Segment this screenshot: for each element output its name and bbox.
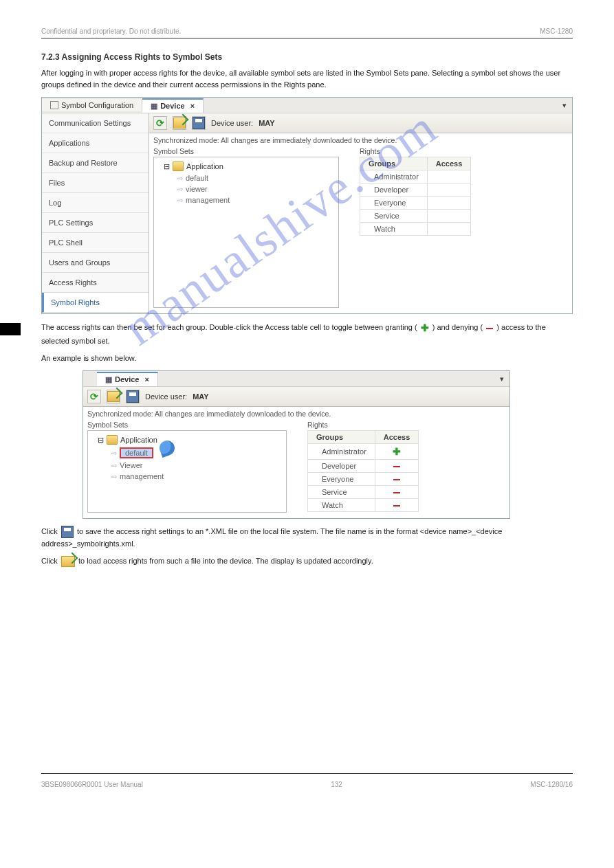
tree-item-management[interactable]: ⇨ management: [157, 194, 336, 205]
section-heading: 7.2.3 Assigning Access Rights to Symbol …: [41, 52, 573, 62]
tab-symbol-configuration[interactable]: Symbol Configuration: [42, 99, 142, 111]
refresh-icon: ⟳: [90, 391, 98, 402]
access-cell[interactable]: [427, 223, 471, 236]
item-icon: ⇨: [111, 449, 117, 457]
rights-section-2: Rights Groups Access Administrator✚ Deve…: [307, 421, 419, 513]
close-icon[interactable]: ×: [144, 375, 149, 383]
text: The access rights can then be set for ea…: [41, 323, 417, 331]
sidebar-item-communication-settings[interactable]: Communication Settings: [42, 113, 149, 133]
tab-device-2[interactable]: ▦ Device ×: [97, 372, 158, 386]
device-window-2: ▦ Device × ▾ ⟳ Device user: MAY Synchron…: [83, 370, 510, 519]
save-icon: [193, 117, 205, 129]
symbol-config-icon: [50, 101, 58, 109]
status-line: Synchronized mode: All changes are immed…: [149, 133, 572, 147]
tree-item-management-2[interactable]: ⇨ management: [91, 471, 283, 482]
access-cell[interactable]: [375, 486, 419, 499]
access-cell[interactable]: [427, 210, 471, 223]
save-text: Click to save the access right settings …: [41, 526, 573, 550]
main-panel-2: ⟳ Device user: MAY Synchronized mode: Al…: [83, 387, 509, 518]
col-groups: Groups: [360, 157, 428, 170]
sidebar-item-users-groups[interactable]: Users and Groups: [42, 253, 149, 273]
sidebar-item-applications[interactable]: Applications: [42, 133, 149, 153]
device-user-label: Device user:: [211, 119, 253, 127]
table-row: Watch: [360, 223, 471, 236]
folder-icon: [173, 162, 184, 171]
device-window-1: Symbol Configuration ▦ Device × ▾ Commun…: [41, 97, 573, 314]
access-cell[interactable]: [375, 499, 419, 512]
open-button[interactable]: [107, 390, 120, 403]
access-cell[interactable]: [375, 460, 419, 473]
sidebar-item-access-rights[interactable]: Access Rights: [42, 273, 149, 293]
save-icon: [127, 390, 139, 403]
minus-icon: [486, 328, 493, 329]
collapse-icon[interactable]: ⊟: [164, 162, 170, 171]
access-cell[interactable]: [427, 183, 471, 197]
table-row: Developer: [308, 460, 419, 473]
tree-item-label: Viewer: [120, 461, 142, 469]
refresh-icon: ⟳: [156, 118, 164, 129]
symbol-sets-tree[interactable]: ⊟ Application ⇨ default ⇨ viewer: [153, 157, 339, 308]
minus-icon: [393, 492, 400, 493]
sidebar-item-backup-restore[interactable]: Backup and Restore: [42, 153, 149, 173]
tree-item-label: viewer: [186, 185, 208, 193]
sidebar-item-symbol-rights[interactable]: Symbol Rights: [42, 293, 149, 313]
tree-item-label-selected: default: [120, 447, 153, 458]
rights-table: Groups Access Administrator Developer Ev…: [360, 157, 471, 236]
tab-dropdown-icon[interactable]: ▾: [557, 101, 572, 110]
tree-item-default-2[interactable]: ⇨ default: [91, 446, 283, 460]
save-button[interactable]: [126, 390, 140, 403]
refresh-button[interactable]: ⟳: [153, 116, 167, 130]
device-user-label: Device user:: [145, 392, 187, 401]
sidebar-item-files[interactable]: Files: [42, 173, 149, 193]
table-row: Developer: [360, 183, 471, 197]
open-button[interactable]: [173, 116, 186, 130]
open-icon: [61, 556, 75, 567]
device-icon: ▦: [151, 102, 157, 111]
tab-label: Device: [160, 102, 184, 110]
tree-item-default[interactable]: ⇨ default: [157, 173, 336, 183]
collapse-icon[interactable]: ⊟: [98, 436, 104, 445]
tree-root-label: Application: [120, 436, 157, 444]
tab-device[interactable]: ▦ Device ×: [142, 98, 204, 113]
access-cell[interactable]: [375, 473, 419, 486]
access-cell[interactable]: ✚: [375, 444, 419, 460]
group-everyone: Everyone: [360, 197, 428, 210]
group-name: Everyone: [308, 473, 375, 486]
access-cell[interactable]: [427, 170, 471, 183]
sidebar-item-plc-settings[interactable]: PLC Settings: [42, 213, 149, 233]
refresh-button[interactable]: ⟳: [87, 390, 101, 403]
device-icon: ▦: [105, 375, 112, 384]
access-cell[interactable]: [427, 197, 471, 210]
plus-icon: ✚: [393, 446, 401, 457]
sidebar-item-plc-shell[interactable]: PLC Shell: [42, 233, 149, 253]
footer-page: 132: [331, 781, 342, 788]
text: Click: [41, 527, 60, 535]
footer-right: MSC-1280/16: [530, 781, 573, 788]
item-icon: ⇨: [177, 175, 183, 182]
symbol-sets-title-2: Symbol Sets: [87, 421, 287, 429]
tree-root-application[interactable]: ⊟ Application: [157, 160, 336, 173]
open-icon: [173, 118, 186, 129]
text: to save the access right settings to an …: [41, 527, 502, 548]
group-name: Watch: [308, 499, 375, 512]
tree-root-label: Application: [186, 162, 223, 170]
close-icon[interactable]: ×: [190, 102, 195, 110]
status-line-2: Synchronized mode: All changes are immed…: [83, 407, 509, 421]
group-name: Service: [308, 486, 375, 499]
group-name: Developer: [308, 460, 375, 473]
tree-item-viewer[interactable]: ⇨ viewer: [157, 183, 336, 194]
sidebar-item-log[interactable]: Log: [42, 193, 149, 213]
plus-icon: ✚: [421, 321, 429, 335]
group-watch: Watch: [360, 223, 428, 236]
device-sidebar: Communication Settings Applications Back…: [42, 113, 149, 313]
main-panel: ⟳ Device user: MAY Synchronized mode: Al…: [149, 113, 572, 313]
toolbar: ⟳ Device user: MAY: [149, 113, 572, 133]
text: to load access rights from such a file i…: [78, 557, 373, 565]
tree-item-viewer-2[interactable]: ⇨ Viewer: [91, 460, 283, 471]
tab-dropdown-icon[interactable]: ▾: [494, 375, 509, 383]
table-row: Service: [360, 210, 471, 223]
save-button[interactable]: [192, 116, 206, 130]
tree-root-application-2[interactable]: ⊟ Application: [91, 434, 283, 446]
symbol-sets-tree-2[interactable]: ⊟ Application ⇨ default ⇨ Viewer ⇨: [87, 430, 287, 513]
text: ) and denying (: [432, 323, 483, 331]
